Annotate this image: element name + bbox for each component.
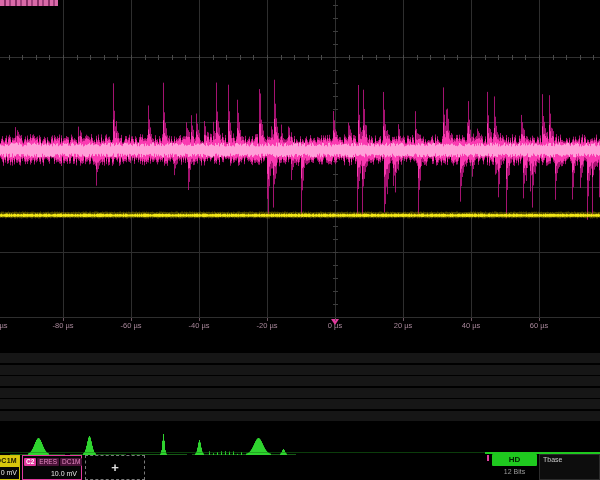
time-axis-label: -80 µs (53, 321, 74, 330)
table-row-stripe (0, 388, 600, 398)
measurement-table (0, 338, 600, 438)
c1-coupling-tag: DC1M (0, 456, 19, 467)
descriptor-bar: DC1M 0 mV C2 ERES DC1M 10.0 mV + HD 12 B… (0, 454, 600, 480)
c2-eres-tag: ERES (37, 458, 59, 466)
time-axis-label: 40 µs (462, 321, 481, 330)
table-row-stripe (0, 365, 600, 375)
hd-bits-label: 12 Bits (492, 468, 537, 475)
channel-descriptor-c1[interactable]: DC1M 0 mV (0, 455, 20, 480)
c1-vertical-scale: 0 mV (0, 467, 19, 476)
time-axis-label: 0 µs (328, 321, 342, 330)
timebase-title: Tbase (540, 455, 599, 463)
time-axis-label: 20 µs (394, 321, 413, 330)
table-row-stripe (0, 376, 600, 386)
time-axis-label: -20 µs (257, 321, 278, 330)
time-axis: -100 µs-80 µs-60 µs-40 µs-20 µs0 µs20 µs… (0, 318, 600, 333)
time-axis-label: -60 µs (121, 321, 142, 330)
time-axis-label: -40 µs (189, 321, 210, 330)
time-axis-label: -100 µs (0, 321, 8, 330)
channel-descriptor-c2[interactable]: C2 ERES DC1M 10.0 mV (22, 455, 82, 480)
c2-label-chip: C2 (24, 458, 36, 466)
timebase-descriptor[interactable]: Tbase 20.0 µs (539, 454, 600, 480)
hd-mode-badge[interactable]: HD (492, 454, 537, 466)
magenta-marker (487, 455, 489, 461)
add-trace-button[interactable]: + (85, 455, 145, 480)
timebase-value: 20.0 µs (582, 465, 600, 477)
plus-icon: + (86, 456, 144, 479)
c2-vertical-scale: 10.0 mV (23, 467, 81, 477)
oscilloscope-screen: -100 µs-80 µs-60 µs-40 µs-20 µs0 µs20 µs… (0, 0, 600, 480)
c2-coupling-tag: DC1M (60, 458, 82, 466)
table-row-stripe (0, 411, 600, 421)
time-axis-label: 60 µs (530, 321, 549, 330)
table-row-stripe (0, 353, 600, 363)
cropped-label-fragment (0, 0, 58, 6)
table-row-stripe (0, 399, 600, 409)
